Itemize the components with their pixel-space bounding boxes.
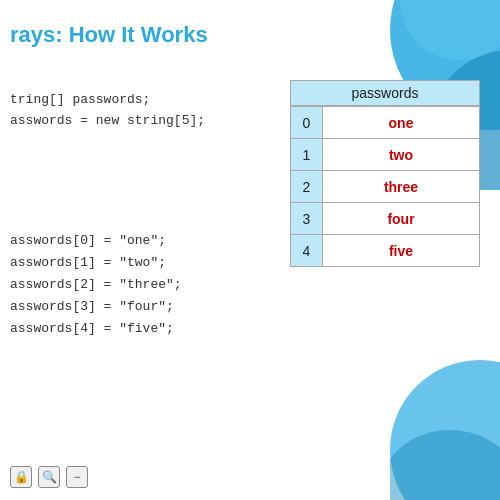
value-cell-2: three: [323, 171, 480, 203]
index-cell-3: 3: [291, 203, 323, 235]
index-cell-0: 0: [291, 107, 323, 139]
table-row: 3four: [291, 203, 480, 235]
zoom-icon-btn[interactable]: 🔍: [38, 466, 60, 488]
value-cell-3: four: [323, 203, 480, 235]
index-cell-2: 2: [291, 171, 323, 203]
table-row: 0one: [291, 107, 480, 139]
slide-title: rays: How It Works: [10, 22, 208, 48]
code-block-declarations: tring[] passwords; asswords = new string…: [10, 90, 205, 132]
code-block-assignments: asswords[0] = "one"; asswords[1] = "two"…: [10, 230, 182, 340]
code-line-2: asswords = new string[5];: [10, 111, 205, 132]
table-row: 4five: [291, 235, 480, 267]
code-line-3: asswords[0] = "one";: [10, 230, 182, 252]
slide-container: rays: How It Works tring[] passwords; as…: [0, 0, 500, 500]
deco-bottom-right: [390, 330, 500, 500]
code-line-1: tring[] passwords;: [10, 90, 205, 111]
value-cell-1: two: [323, 139, 480, 171]
array-table: 0one1two2three3four4five: [290, 106, 480, 267]
minus-icon-btn[interactable]: −: [66, 466, 88, 488]
lock-icon-btn[interactable]: 🔒: [10, 466, 32, 488]
bottom-icons: 🔒 🔍 −: [10, 466, 88, 488]
index-cell-1: 1: [291, 139, 323, 171]
code-line-6: asswords[3] = "four";: [10, 296, 182, 318]
table-row: 1two: [291, 139, 480, 171]
value-cell-4: five: [323, 235, 480, 267]
code-line-7: asswords[4] = "five";: [10, 318, 182, 340]
value-cell-0: one: [323, 107, 480, 139]
array-header: passwords: [290, 80, 480, 106]
table-row: 2three: [291, 171, 480, 203]
index-cell-4: 4: [291, 235, 323, 267]
code-line-5: asswords[2] = "three";: [10, 274, 182, 296]
array-table-container: passwords 0one1two2three3four4five: [290, 80, 480, 267]
code-line-4: asswords[1] = "two";: [10, 252, 182, 274]
